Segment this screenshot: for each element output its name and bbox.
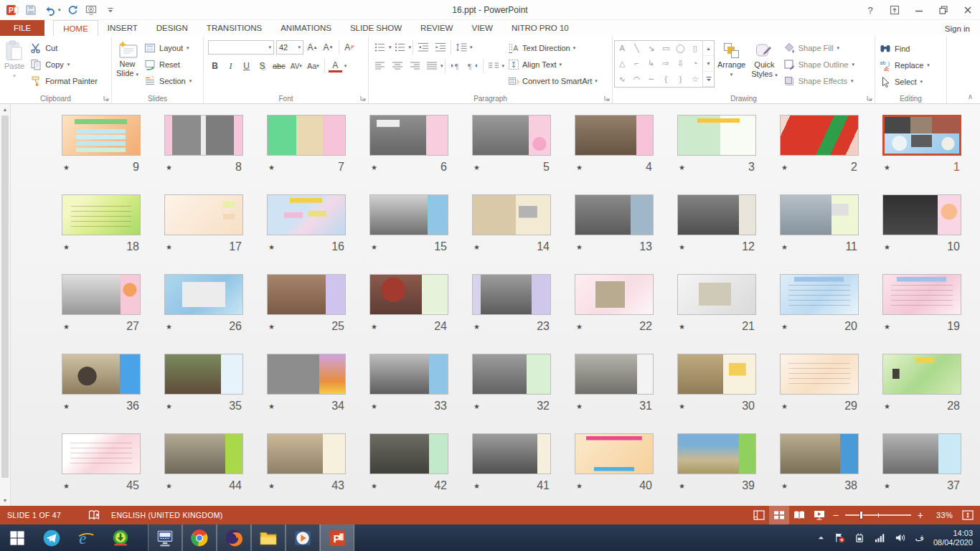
dropdown-caret-icon[interactable]: ▾ (344, 63, 347, 69)
animation-star-icon[interactable]: ★ (679, 482, 685, 490)
animation-star-icon[interactable]: ★ (268, 402, 275, 410)
drawing-dialog-launcher[interactable] (866, 95, 873, 102)
animation-star-icon[interactable]: ★ (166, 243, 172, 251)
slide-thumbnail-34[interactable] (267, 354, 346, 395)
animation-star-icon[interactable]: ★ (268, 482, 275, 490)
slide-thumbnail-6[interactable] (369, 115, 448, 156)
save-icon[interactable] (24, 4, 37, 17)
dropdown-caret-icon[interactable]: ▾ (927, 62, 930, 68)
slide-thumbnail-13[interactable] (575, 194, 654, 235)
slide-thumbnail-22[interactable] (575, 274, 654, 315)
animation-star-icon[interactable]: ★ (268, 323, 275, 331)
underline-button[interactable]: U (240, 59, 253, 74)
taskbar-app-idm[interactable] (103, 524, 138, 551)
shape-option-17[interactable]: ☆ (692, 75, 699, 83)
animation-star-icon[interactable]: ★ (884, 482, 890, 490)
animation-star-icon[interactable]: ★ (781, 482, 788, 490)
sign-in-link[interactable]: Sign in (945, 24, 970, 33)
numbering-button[interactable] (392, 39, 409, 55)
slide-thumbnail-2[interactable] (780, 115, 859, 156)
align-left-button[interactable] (372, 58, 389, 74)
redo-icon[interactable] (67, 4, 80, 17)
bullets-button[interactable] (372, 39, 389, 55)
zoom-level[interactable]: 33% (927, 511, 953, 519)
tab-insert[interactable]: INSERT (98, 20, 147, 36)
animation-star-icon[interactable]: ★ (166, 164, 172, 171)
decrease-font-size-button[interactable]: A▼ (321, 40, 335, 55)
align-center-button[interactable] (389, 58, 406, 74)
tab-transitions[interactable]: TRANSITIONS (197, 20, 271, 36)
animation-star-icon[interactable]: ★ (63, 243, 70, 251)
slide-thumbnail-8[interactable] (164, 115, 243, 156)
replace-button[interactable]: abacReplace▾ (877, 57, 945, 73)
slide-thumbnail-21[interactable] (677, 274, 756, 315)
slide-thumbnail-4[interactable] (575, 115, 654, 156)
animation-star-icon[interactable]: ★ (884, 323, 890, 331)
animation-star-icon[interactable]: ★ (576, 482, 583, 490)
volume-icon[interactable] (895, 532, 905, 543)
vertical-scrollbar[interactable]: ▲ ▼ (0, 104, 11, 506)
animation-star-icon[interactable]: ★ (371, 164, 377, 171)
animation-star-icon[interactable]: ★ (268, 243, 275, 251)
animation-star-icon[interactable]: ★ (884, 164, 890, 171)
animation-star-icon[interactable]: ★ (781, 323, 788, 331)
animation-star-icon[interactable]: ★ (679, 402, 685, 410)
tab-review[interactable]: REVIEW (411, 20, 462, 36)
decrease-indent-button[interactable] (415, 39, 432, 55)
animation-star-icon[interactable]: ★ (473, 482, 480, 490)
taskbar-app-chrome[interactable] (182, 524, 217, 551)
shape-outline-button[interactable]: Shape Outline▾ (781, 56, 857, 72)
slide-thumbnail-29[interactable] (780, 354, 859, 395)
character-spacing-button[interactable]: AV▾ (289, 59, 303, 74)
slide-thumbnail-45[interactable] (62, 433, 141, 474)
slide-thumbnail-31[interactable] (575, 354, 654, 395)
animation-star-icon[interactable]: ★ (781, 402, 788, 410)
input-language-indicator[interactable]: ف (915, 533, 923, 543)
taskbar-app-ppt[interactable]: P (320, 524, 354, 551)
slide-thumbnail-11[interactable] (780, 194, 859, 235)
slide-thumbnail-36[interactable] (62, 354, 141, 395)
slide-thumbnail-40[interactable] (575, 433, 654, 474)
slide-thumbnail-20[interactable] (780, 274, 859, 315)
cut-button[interactable]: Cut (27, 39, 100, 56)
shape-option-10[interactable]: ⇩ (677, 60, 684, 67)
animation-star-icon[interactable]: ★ (473, 402, 480, 410)
slide-thumbnail-23[interactable] (472, 274, 551, 315)
animation-star-icon[interactable]: ★ (679, 243, 685, 251)
animation-star-icon[interactable]: ★ (884, 402, 890, 410)
animation-star-icon[interactable]: ★ (679, 164, 685, 171)
taskbar-app-telegram[interactable] (34, 524, 69, 551)
help-button[interactable]: ? (858, 0, 882, 20)
shape-option-0[interactable]: A (619, 44, 624, 52)
animation-star-icon[interactable]: ★ (781, 164, 788, 171)
justify-button[interactable] (423, 58, 440, 74)
tab-file[interactable]: FILE (0, 20, 44, 36)
animation-star-icon[interactable]: ★ (473, 243, 480, 251)
zoom-in-button[interactable]: + (914, 509, 927, 521)
tab-slide-show[interactable]: SLIDE SHOW (341, 20, 411, 36)
copy-button[interactable]: Copy▾ (27, 56, 100, 72)
paste-button[interactable]: Paste ▾ (1, 38, 27, 93)
animation-star-icon[interactable]: ★ (679, 323, 685, 331)
slide-thumbnail-16[interactable] (267, 194, 346, 235)
taskbar-app-firefox[interactable] (217, 524, 251, 551)
slide-thumbnail-38[interactable] (780, 433, 859, 474)
select-button[interactable]: Select▾ (877, 73, 945, 90)
shapes-scroll-down[interactable]: ▼ (703, 56, 714, 71)
scroll-down-arrow[interactable]: ▼ (0, 495, 10, 506)
animation-star-icon[interactable]: ★ (781, 243, 788, 251)
animation-star-icon[interactable]: ★ (63, 323, 70, 331)
shape-option-4[interactable]: ◯ (676, 44, 684, 52)
shape-option-9[interactable]: ⇨ (663, 60, 669, 67)
slide-thumbnail-18[interactable] (62, 194, 141, 235)
restore-button[interactable] (931, 0, 956, 20)
reset-button[interactable]: Reset (141, 56, 194, 72)
slide-thumbnail-12[interactable] (677, 194, 756, 235)
shape-fill-button[interactable]: Shape Fill▾ (781, 39, 857, 56)
animation-star-icon[interactable]: ★ (371, 323, 377, 331)
shape-option-5[interactable]: ▯ (693, 44, 697, 52)
shape-option-6[interactable]: △ (619, 60, 625, 67)
tab-design[interactable]: DESIGN (147, 20, 197, 36)
italic-button[interactable]: I (224, 59, 237, 74)
dropdown-caret-icon[interactable]: ▾ (502, 63, 505, 69)
